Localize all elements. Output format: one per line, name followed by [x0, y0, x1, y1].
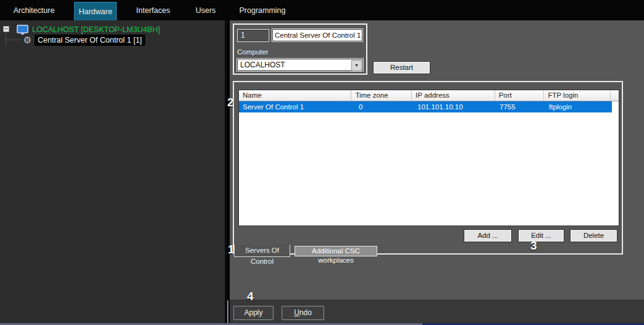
pane-divider[interactable] — [227, 300, 228, 324]
column-header-timezone[interactable]: Time zone — [351, 90, 412, 101]
cell-ftp: ftplogin — [545, 101, 612, 112]
annotation-marker-1: 1 — [228, 243, 235, 256]
cell-port: 7755 — [496, 101, 545, 112]
edit-button[interactable]: Edit ... — [519, 230, 564, 242]
tab-additional-csc-workplaces[interactable]: Additional CSC workplaces — [295, 246, 377, 256]
column-header-port[interactable]: Port — [495, 90, 545, 101]
column-header-ip[interactable]: IP address — [412, 90, 495, 101]
restart-button[interactable]: Restart — [374, 62, 430, 74]
computer-combobox-value: LOCALHOST — [240, 61, 285, 69]
tab-interfaces[interactable]: Interfaces — [127, 0, 180, 20]
cell-ip: 101.101.10.10 — [412, 101, 496, 112]
cell-timezone: 0 — [352, 101, 412, 112]
top-tab-bar: Architecture Hardware Interfaces Users P… — [0, 0, 644, 20]
tree-selected-item-label[interactable]: Central Server Of Control 1 [1] — [35, 35, 145, 46]
server-settings-pane: 1 Central Server Of Control 1 Computer L… — [230, 20, 644, 325]
collapse-expander-icon[interactable]: − — [3, 26, 9, 32]
apply-button[interactable]: Apply — [233, 306, 274, 320]
tree-node-central-server[interactable]: ⚙ Central Server Of Control 1 [1] — [0, 35, 225, 46]
server-name-input[interactable]: Central Server Of Control 1 — [272, 28, 363, 42]
annotation-marker-2: 2 — [227, 96, 234, 109]
undo-button-mnemonic: U — [294, 308, 299, 317]
cell-name: Server Of Control 1 — [239, 101, 352, 112]
column-header-ftp[interactable]: FTP login — [544, 90, 611, 101]
hardware-tree-pane: − LOCALHOST [DESKTOP-LM3U4BH] ⚙ Central … — [0, 20, 227, 325]
tree-root-label[interactable]: LOCALHOST [DESKTOP-LM3U4BH] — [32, 25, 160, 35]
footer-bar: Apply Undo — [230, 300, 644, 325]
tab-users[interactable]: Users — [186, 0, 225, 20]
server-id-field[interactable]: 1 — [237, 29, 269, 42]
computer-monitor-icon — [17, 25, 28, 33]
annotation-marker-4: 4 — [247, 290, 254, 303]
tab-hardware[interactable]: Hardware — [74, 2, 117, 20]
application-window: Architecture Hardware Interfaces Users P… — [0, 0, 644, 325]
tab-programming[interactable]: Programming — [235, 0, 290, 20]
delete-button[interactable]: Delete — [571, 230, 617, 242]
servers-table[interactable]: Name Time zone IP address Port FTP login… — [238, 90, 619, 226]
tree-node-localhost[interactable]: − LOCALHOST [DESKTOP-LM3U4BH] — [0, 25, 225, 35]
column-header-stub — [611, 90, 619, 101]
undo-button[interactable]: Undo — [282, 306, 324, 320]
add-button[interactable]: Add ... — [464, 230, 511, 242]
annotation-marker-3: 3 — [530, 239, 537, 253]
computer-combobox[interactable]: LOCALHOST ▼ — [236, 58, 364, 72]
server-identity-groupbox: 1 Central Server Of Control 1 Computer L… — [233, 23, 367, 75]
servers-of-control-panel: Name Time zone IP address Port FTP login… — [233, 81, 623, 255]
computer-label: Computer — [237, 48, 269, 56]
undo-button-rest: ndo — [299, 308, 312, 317]
gear-icon: ⚙ — [22, 35, 33, 45]
tab-architecture[interactable]: Architecture — [9, 0, 59, 20]
column-header-name[interactable]: Name — [239, 90, 351, 101]
chevron-down-icon[interactable]: ▼ — [351, 60, 362, 71]
tab-servers-of-control[interactable]: Servers Of Control — [234, 245, 290, 257]
table-row[interactable]: Server Of Control 1 0 101.101.10.10 7755… — [239, 101, 612, 112]
table-header-row: Name Time zone IP address Port FTP login — [239, 90, 619, 101]
